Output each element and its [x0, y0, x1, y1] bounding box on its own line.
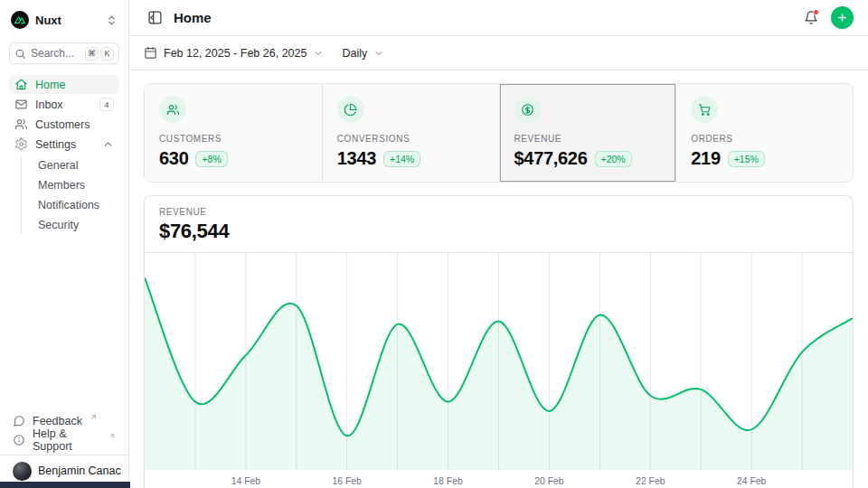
period-label: Daily	[342, 47, 367, 60]
chart-total-value: $76,544	[159, 220, 838, 243]
stat-label: CUSTOMERS	[159, 134, 307, 144]
sidebar-item-settings[interactable]: Settings	[9, 135, 119, 154]
dollar-icon	[514, 96, 542, 123]
app-root: Nuxt ⌘K HomeInbox4CustomersSettingsGener…	[0, 0, 868, 488]
sidebar-subitem-security[interactable]: Security	[38, 215, 119, 234]
stats-row: CUSTOMERS630+8%CONVERSIONS1343+14%REVENU…	[144, 83, 854, 183]
stat-delta-badge: +20%	[595, 151, 632, 167]
footer-link-label: Help & Support	[33, 427, 101, 453]
chart-header: REVENUE $76,544	[145, 196, 853, 253]
user-name: Benjamin Canac	[38, 465, 121, 477]
sidebar-subitem-label: Members	[38, 179, 85, 192]
stat-label: CONVERSIONS	[337, 134, 485, 144]
users-icon	[159, 96, 186, 123]
main-area: Home Feb 12, 2	[129, 0, 868, 488]
chart-title: REVENUE	[159, 207, 838, 217]
stat-value: $477,626	[514, 148, 588, 169]
stat-card-orders[interactable]: ORDERS219+15%	[675, 84, 853, 182]
nuxt-logo-icon	[11, 11, 29, 29]
search-shortcut: ⌘K	[85, 47, 114, 61]
sidebar-subitem-label: Notifications	[38, 199, 99, 211]
date-range-picker[interactable]: Feb 12, 2025 - Feb 26, 2025	[144, 46, 324, 60]
chevron-down-icon	[313, 48, 324, 59]
sidebar-nav: HomeInbox4CustomersSettingsGeneralMember…	[9, 75, 119, 237]
panel-left-close-icon	[147, 10, 163, 25]
users-icon	[14, 117, 28, 131]
pie-icon	[337, 96, 364, 123]
chevron-down-icon	[373, 48, 384, 59]
notifications-button[interactable]	[800, 7, 822, 29]
chart-svg: 14 Feb16 Feb18 Feb20 Feb22 Feb24 Feb	[145, 253, 853, 488]
user-menu[interactable]: Benjamin Canac	[9, 455, 119, 484]
footer-link-help-support[interactable]: Help & Support	[9, 430, 119, 449]
stat-delta-badge: +14%	[383, 151, 420, 167]
stat-value-row: 1343+14%	[337, 148, 485, 169]
sidebar-subitem-members[interactable]: Members	[38, 175, 119, 194]
search-box[interactable]: ⌘K	[9, 42, 119, 64]
external-link-icon	[90, 413, 98, 421]
stat-label: REVENUE	[514, 134, 662, 144]
inbox-count-badge: 4	[99, 98, 114, 111]
calendar-icon	[144, 46, 157, 60]
stat-label: ORDERS	[691, 134, 838, 144]
cart-icon	[691, 96, 718, 123]
sidebar: Nuxt ⌘K HomeInbox4CustomersSettingsGener…	[0, 0, 129, 488]
sidebar-item-customers[interactable]: Customers	[9, 115, 119, 134]
top-header: Home	[129, 0, 868, 36]
sidebar-item-label: Settings	[35, 138, 76, 151]
filters-toolbar: Feb 12, 2025 - Feb 26, 2025 Daily	[129, 36, 868, 70]
external-link-icon	[108, 432, 116, 440]
sidebar-item-label: Inbox	[35, 99, 63, 111]
stat-card-conversions[interactable]: CONVERSIONS1343+14%	[322, 84, 499, 182]
stat-value-row: 630+8%	[159, 148, 307, 169]
kbd-key: K	[100, 47, 114, 61]
stat-value-row: 219+15%	[691, 148, 838, 169]
sidebar-subitem-label: General	[38, 159, 78, 172]
workspace-name: Nuxt	[35, 14, 99, 27]
sidebar-item-label: Home	[35, 79, 65, 91]
horizontal-scrollbar-track[interactable]	[0, 482, 868, 488]
header-actions	[800, 6, 854, 29]
sidebar-subitem-notifications[interactable]: Notifications	[38, 195, 119, 214]
sidebar-footer-links: FeedbackHelp & Support	[9, 411, 119, 449]
stat-value: 630	[159, 148, 188, 169]
sidebar-item-label: Customers	[35, 118, 90, 131]
stat-value: 1343	[337, 148, 376, 169]
stat-delta-badge: +15%	[728, 151, 765, 167]
add-button[interactable]	[831, 6, 854, 29]
stat-value-row: $477,626+20%	[514, 148, 662, 169]
sidebar-spacer	[9, 237, 119, 411]
sidebar-subitem-general[interactable]: General	[38, 155, 119, 174]
info-icon	[13, 434, 25, 446]
dashboard-content: CUSTOMERS630+8%CONVERSIONS1343+14%REVENU…	[129, 70, 868, 488]
chevron-up-icon	[102, 138, 114, 150]
footer-link-label: Feedback	[33, 415, 82, 427]
search-input[interactable]	[31, 47, 80, 60]
stat-delta-badge: +8%	[195, 151, 227, 167]
home-icon	[14, 78, 28, 91]
chevron-updown-icon	[106, 14, 118, 26]
avatar	[13, 462, 32, 481]
message-icon	[13, 415, 25, 427]
kbd-key: ⌘	[85, 47, 99, 61]
sidebar-item-inbox[interactable]: Inbox4	[9, 95, 119, 114]
revenue-area-chart[interactable]: 14 Feb16 Feb18 Feb20 Feb22 Feb24 Feb	[145, 253, 853, 488]
sidebar-collapse-button[interactable]	[144, 7, 165, 29]
notification-dot	[813, 9, 819, 15]
revenue-chart-card: REVENUE $76,544 14 Feb16 Feb18 Feb20 Feb…	[144, 195, 854, 488]
inbox-icon	[14, 98, 28, 111]
stat-value: 219	[691, 148, 720, 169]
stat-card-customers[interactable]: CUSTOMERS630+8%	[145, 84, 322, 182]
horizontal-scrollbar-thumb[interactable]	[0, 482, 130, 488]
gear-icon	[14, 137, 28, 151]
search-icon	[14, 48, 26, 60]
page-title: Home	[174, 10, 212, 25]
period-select[interactable]: Daily	[342, 47, 384, 60]
workspace-switcher[interactable]: Nuxt	[11, 9, 118, 31]
date-range-label: Feb 12, 2025 - Feb 26, 2025	[164, 47, 307, 60]
sidebar-subnav: GeneralMembersNotificationsSecurity	[21, 155, 119, 234]
stat-card-revenue[interactable]: REVENUE$477,626+20%	[499, 84, 676, 182]
sidebar-subitem-label: Security	[38, 219, 79, 231]
plus-icon	[836, 12, 848, 23]
sidebar-item-home[interactable]: Home	[9, 75, 119, 94]
